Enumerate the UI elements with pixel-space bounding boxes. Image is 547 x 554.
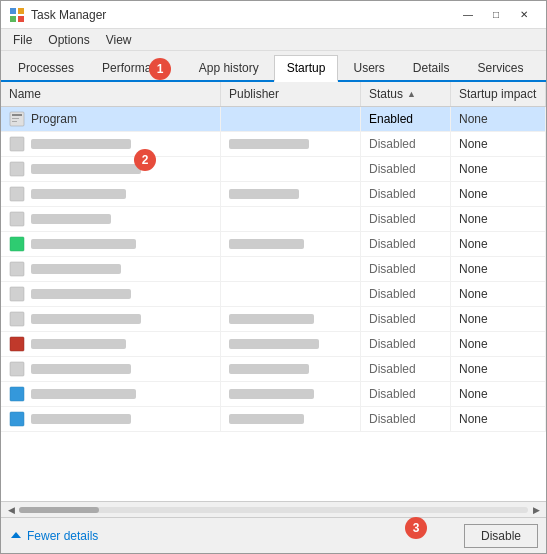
- td-status: Disabled: [361, 282, 451, 306]
- td-impact: None: [451, 382, 546, 406]
- tab-users[interactable]: Users: [340, 55, 397, 80]
- td-name: [1, 307, 221, 331]
- table-row[interactable]: Disabled None: [1, 132, 546, 157]
- td-status: Disabled: [361, 232, 451, 256]
- td-name: [1, 332, 221, 356]
- svg-rect-10: [10, 187, 24, 201]
- app-icon: [9, 7, 25, 23]
- table-row[interactable]: Disabled None: [1, 407, 546, 432]
- scroll-left-button[interactable]: ◀: [3, 502, 19, 518]
- td-status: Disabled: [361, 332, 451, 356]
- svg-rect-18: [10, 387, 24, 401]
- window-title: Task Manager: [31, 8, 454, 22]
- td-impact: None: [451, 182, 546, 206]
- td-name: Program: [1, 107, 221, 131]
- table-row[interactable]: Disabled None: [1, 332, 546, 357]
- svg-rect-13: [10, 262, 24, 276]
- svg-rect-1: [18, 8, 24, 14]
- td-publisher: [221, 157, 361, 181]
- table-row[interactable]: Disabled None: [1, 382, 546, 407]
- td-impact: None: [451, 307, 546, 331]
- fewer-details-button[interactable]: Fewer details: [9, 529, 98, 543]
- td-impact: None: [451, 157, 546, 181]
- table-row[interactable]: Disabled None: [1, 307, 546, 332]
- td-name: [1, 282, 221, 306]
- td-publisher: [221, 307, 361, 331]
- menu-bar: File Options View: [1, 29, 546, 51]
- table-row[interactable]: Program Enabled None: [1, 107, 546, 132]
- tab-services[interactable]: Services: [465, 55, 537, 80]
- table-row[interactable]: Disabled None: [1, 357, 546, 382]
- menu-options[interactable]: Options: [40, 31, 97, 49]
- td-publisher: [221, 357, 361, 381]
- scrollbar-thumb: [19, 507, 99, 513]
- th-publisher[interactable]: Publisher: [221, 82, 361, 106]
- td-status: Enabled: [361, 107, 451, 131]
- tab-startup[interactable]: Startup: [274, 55, 339, 82]
- td-name: [1, 407, 221, 431]
- td-status: Disabled: [361, 382, 451, 406]
- tab-app-history[interactable]: App history: [186, 55, 272, 80]
- minimize-button[interactable]: —: [454, 1, 482, 29]
- table-body: Program Enabled None Disabled None: [1, 107, 546, 501]
- th-name[interactable]: Name: [1, 82, 221, 106]
- td-status: Disabled: [361, 157, 451, 181]
- svg-rect-19: [10, 412, 24, 426]
- td-name: [1, 232, 221, 256]
- td-name: [1, 357, 221, 381]
- main-content: Name Publisher Status ▲ Startup impact: [1, 82, 546, 517]
- th-status[interactable]: Status ▲: [361, 82, 451, 106]
- svg-rect-11: [10, 212, 24, 226]
- maximize-button[interactable]: □: [482, 1, 510, 29]
- td-impact: None: [451, 132, 546, 156]
- td-status: Disabled: [361, 182, 451, 206]
- close-button[interactable]: ✕: [510, 1, 538, 29]
- th-startup-impact[interactable]: Startup impact: [451, 82, 546, 106]
- table-header: Name Publisher Status ▲ Startup impact: [1, 82, 546, 107]
- window-controls: — □ ✕: [454, 1, 538, 29]
- td-name: [1, 257, 221, 281]
- td-publisher: [221, 332, 361, 356]
- td-publisher: [221, 132, 361, 156]
- td-name: [1, 157, 221, 181]
- scroll-right-button[interactable]: ▶: [528, 502, 544, 518]
- horizontal-scrollbar[interactable]: ◀ ▶: [1, 501, 546, 517]
- td-publisher: [221, 232, 361, 256]
- td-name: [1, 132, 221, 156]
- td-name: [1, 382, 221, 406]
- svg-rect-5: [12, 114, 22, 116]
- chevron-up-icon: [9, 529, 23, 543]
- scrollbar-track: [19, 507, 528, 513]
- td-status: Disabled: [361, 207, 451, 231]
- menu-view[interactable]: View: [98, 31, 140, 49]
- td-publisher: [221, 182, 361, 206]
- bottom-bar: Fewer details Disable: [1, 517, 546, 553]
- table-row[interactable]: Disabled None: [1, 207, 546, 232]
- tab-details[interactable]: Details: [400, 55, 463, 80]
- td-impact: None: [451, 332, 546, 356]
- disable-button[interactable]: Disable: [464, 524, 538, 548]
- td-publisher: [221, 382, 361, 406]
- table-row[interactable]: Disabled None: [1, 232, 546, 257]
- td-publisher: [221, 107, 361, 131]
- svg-rect-6: [12, 118, 19, 119]
- svg-rect-14: [10, 287, 24, 301]
- svg-rect-9: [10, 162, 24, 176]
- annotation-badge-2: 2: [134, 149, 156, 171]
- tab-processes[interactable]: Processes: [5, 55, 87, 80]
- td-impact: None: [451, 357, 546, 381]
- td-impact: None: [451, 282, 546, 306]
- table-row[interactable]: Disabled None: [1, 257, 546, 282]
- table-row[interactable]: Disabled None: [1, 282, 546, 307]
- td-status: Disabled: [361, 257, 451, 281]
- svg-rect-17: [10, 362, 24, 376]
- menu-file[interactable]: File: [5, 31, 40, 49]
- table-row[interactable]: Disabled None: [1, 157, 546, 182]
- title-bar: Task Manager — □ ✕: [1, 1, 546, 29]
- td-impact: None: [451, 407, 546, 431]
- td-status: Disabled: [361, 407, 451, 431]
- svg-rect-3: [18, 16, 24, 22]
- table-row[interactable]: Disabled None: [1, 182, 546, 207]
- td-publisher: [221, 207, 361, 231]
- td-status: Disabled: [361, 357, 451, 381]
